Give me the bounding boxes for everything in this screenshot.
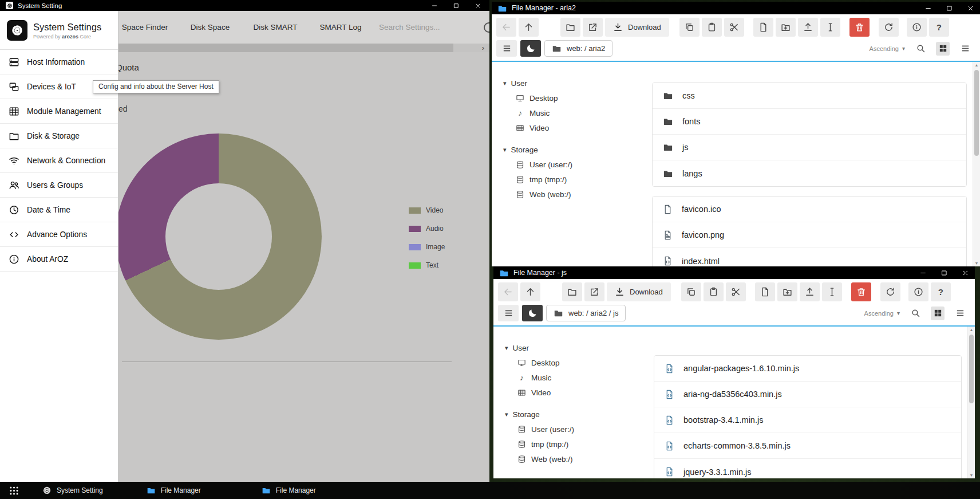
up-button[interactable] bbox=[519, 18, 539, 37]
tree-item-tmp-drive[interactable]: tmp (tmp:/) bbox=[505, 437, 646, 451]
tree-section-storage[interactable]: ▾Storage bbox=[505, 407, 646, 422]
folder-row-css[interactable]: css bbox=[653, 83, 966, 109]
tree-item-web-drive[interactable]: Web (web:/) bbox=[503, 187, 644, 202]
upload-button[interactable] bbox=[798, 18, 818, 37]
upload-button[interactable] bbox=[800, 282, 820, 301]
file-row-echarts[interactable]: echarts-common-3.8.5.min.js bbox=[654, 433, 961, 459]
file-row-angular[interactable]: angular-packages-1.6.10.min.js bbox=[654, 356, 961, 382]
settings-search-input[interactable] bbox=[379, 23, 465, 32]
file-row-favicon-png[interactable]: favicon.png bbox=[653, 222, 966, 248]
titlebar[interactable]: File Manager - aria2 bbox=[492, 2, 980, 14]
theme-toggle-button[interactable] bbox=[522, 305, 543, 321]
file-row-bootstrap[interactable]: bootstrap-3.4.1.min.js bbox=[654, 407, 961, 433]
breadcrumb[interactable]: web: / aria2 / js bbox=[546, 305, 626, 321]
minimize-button[interactable] bbox=[919, 269, 927, 277]
tree-section-storage[interactable]: ▾Storage bbox=[503, 142, 644, 157]
delete-button[interactable] bbox=[849, 18, 870, 37]
open-external-button[interactable] bbox=[584, 282, 604, 301]
new-file-button[interactable] bbox=[755, 282, 775, 301]
tree-item-desktop[interactable]: Desktop bbox=[503, 91, 644, 105]
tree-item-tmp-drive[interactable]: tmp (tmp:/) bbox=[503, 172, 644, 187]
download-button[interactable]: Download bbox=[607, 282, 671, 301]
info-button[interactable] bbox=[907, 18, 927, 37]
scroll-down-icon[interactable]: ▼ bbox=[968, 473, 975, 477]
search-button[interactable] bbox=[908, 307, 922, 320]
grid-view-button[interactable] bbox=[936, 42, 950, 56]
menu-button[interactable] bbox=[498, 305, 519, 321]
sidebar-item-users-groups[interactable]: Users & Groups bbox=[0, 173, 118, 198]
sidebar-item-advance-options[interactable]: Advance Options bbox=[0, 222, 118, 247]
tree-item-web-drive[interactable]: Web (web:/) bbox=[505, 451, 646, 466]
tree-item-video[interactable]: Video bbox=[503, 120, 644, 135]
delete-button[interactable] bbox=[851, 282, 871, 301]
open-folder-button[interactable] bbox=[562, 282, 582, 301]
tree-section-user[interactable]: ▾User bbox=[505, 340, 646, 355]
copy-button[interactable] bbox=[681, 282, 701, 301]
list-view-button[interactable] bbox=[958, 42, 972, 56]
tree-item-user-drive[interactable]: User (user:/) bbox=[505, 422, 646, 437]
sidebar-item-network-connection[interactable]: Network & Connection bbox=[0, 148, 118, 173]
tree-item-music[interactable]: ♪Music bbox=[503, 105, 644, 120]
scroll-up-icon[interactable]: ▲ bbox=[973, 63, 980, 67]
vertical-scrollbar[interactable]: ▲ ▼ bbox=[973, 62, 980, 266]
minimize-button[interactable] bbox=[924, 5, 932, 12]
tab-smart-log[interactable]: SMART Log bbox=[308, 23, 373, 32]
sort-dropdown[interactable]: Ascending▾ bbox=[870, 45, 905, 52]
minimize-button[interactable] bbox=[431, 2, 438, 9]
scroll-right-button[interactable]: › bbox=[477, 44, 489, 52]
list-view-button[interactable] bbox=[953, 307, 967, 320]
file-row-jquery[interactable]: jquery-3.3.1.min.js bbox=[654, 459, 961, 478]
grid-view-button[interactable] bbox=[931, 307, 945, 320]
sort-dropdown[interactable]: Ascending▾ bbox=[864, 310, 900, 317]
file-row-aria-ng[interactable]: aria-ng-da5356c403.min.js bbox=[654, 382, 961, 407]
file-row-index-html[interactable]: index.html bbox=[653, 248, 966, 266]
back-button[interactable] bbox=[498, 282, 518, 301]
copy-button[interactable] bbox=[679, 18, 700, 37]
cut-button[interactable] bbox=[724, 18, 744, 37]
sidebar-item-host-information[interactable]: Host Information bbox=[0, 50, 118, 74]
search-button[interactable] bbox=[914, 42, 927, 56]
theme-toggle-button[interactable] bbox=[520, 40, 541, 57]
new-folder-button[interactable] bbox=[776, 18, 796, 37]
tree-item-desktop[interactable]: Desktop bbox=[505, 355, 646, 370]
download-button[interactable]: Download bbox=[605, 18, 669, 37]
folder-row-langs[interactable]: langs bbox=[653, 160, 966, 186]
tree-section-user[interactable]: ▾User bbox=[503, 76, 644, 91]
tree-item-video[interactable]: Video bbox=[505, 385, 646, 400]
cut-button[interactable] bbox=[726, 282, 746, 301]
paste-button[interactable] bbox=[704, 282, 724, 301]
folder-row-fonts[interactable]: fonts bbox=[653, 109, 966, 135]
tab-disk-smart[interactable]: Disk SMART bbox=[243, 23, 308, 32]
tree-item-user-drive[interactable]: User (user:/) bbox=[503, 157, 644, 172]
open-external-button[interactable] bbox=[583, 18, 603, 37]
taskbar-item-file-manager-2[interactable]: File Manager bbox=[262, 486, 316, 495]
file-row-favicon-ico[interactable]: favicon.ico bbox=[653, 197, 966, 222]
close-button[interactable] bbox=[967, 5, 974, 12]
sidebar-item-about-aroz[interactable]: About ArOZ bbox=[0, 247, 118, 272]
tab-space-finder[interactable]: Space Finder bbox=[112, 23, 177, 32]
titlebar[interactable]: System Setting bbox=[0, 0, 489, 11]
maximize-button[interactable] bbox=[941, 269, 948, 277]
menu-button[interactable] bbox=[496, 40, 517, 57]
rename-button[interactable] bbox=[822, 282, 842, 301]
breadcrumb[interactable]: web: / aria2 bbox=[544, 40, 612, 57]
scroll-down-icon[interactable]: ▼ bbox=[973, 261, 980, 265]
scrollbar-thumb[interactable] bbox=[969, 335, 974, 403]
folder-row-js[interactable]: js bbox=[653, 135, 966, 160]
sidebar-item-module-management[interactable]: Module Management bbox=[0, 99, 118, 124]
taskbar-item-system-setting[interactable]: System Setting bbox=[42, 486, 103, 495]
taskbar-item-file-manager-1[interactable]: File Manager bbox=[147, 486, 201, 495]
maximize-button[interactable] bbox=[453, 2, 460, 9]
back-button[interactable] bbox=[496, 18, 516, 37]
refresh-button[interactable] bbox=[879, 18, 899, 37]
sidebar-item-date-time[interactable]: Date & Time bbox=[0, 198, 118, 222]
paste-button[interactable] bbox=[702, 18, 722, 37]
app-drawer-button[interactable] bbox=[7, 484, 21, 497]
titlebar[interactable]: File Manager - js bbox=[493, 266, 975, 279]
help-button[interactable]: ? bbox=[931, 282, 951, 301]
tree-item-music[interactable]: ♪Music bbox=[505, 370, 646, 385]
info-button[interactable] bbox=[908, 282, 928, 301]
tab-disk-space[interactable]: Disk Space bbox=[177, 23, 243, 32]
vertical-scrollbar[interactable]: ▲ ▼ bbox=[967, 327, 975, 478]
close-button[interactable] bbox=[475, 2, 481, 9]
